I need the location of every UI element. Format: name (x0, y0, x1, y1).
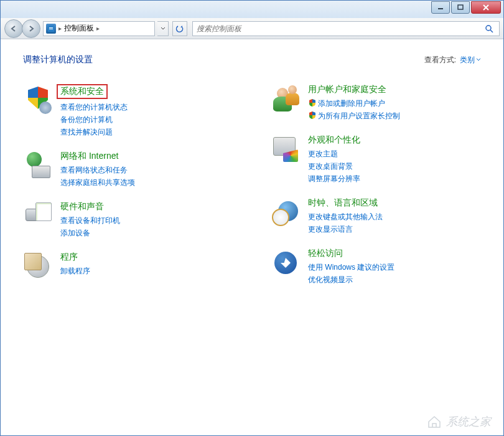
search-icon (485, 24, 493, 33)
network-category-icon[interactable] (23, 151, 53, 181)
control-panel-icon (46, 24, 56, 34)
category-body: 程序卸载程序 (60, 252, 233, 282)
view-mode-value: 类别 (460, 55, 475, 65)
watermark: 系统之家 (426, 414, 491, 429)
category-sublink[interactable]: 添加或删除用户帐户 (308, 97, 481, 110)
category-title-link[interactable]: 轻松访问 (308, 248, 343, 259)
control-panel-window: ▸ 控制面板 ▸ 调整计算机的设置 查看方式: 类别 (0, 0, 504, 436)
category-sublink[interactable]: 查找并解决问题 (60, 126, 233, 138)
category-title-link[interactable]: 网络和 Internet (60, 151, 118, 162)
minimize-button[interactable] (431, 1, 450, 14)
category-body: 硬件和声音查看设备和打印机添加设备 (60, 201, 233, 239)
uac-shield-icon (308, 98, 317, 107)
category-sublink[interactable]: 更改主题 (308, 148, 481, 160)
view-mode-label: 查看方式: (424, 55, 456, 65)
category-sublink[interactable]: 更改显示语言 (308, 223, 481, 235)
category-item: 程序卸载程序 (23, 252, 233, 282)
category-sublink[interactable]: 备份您的计算机 (60, 113, 233, 126)
category-item: 硬件和声音查看设备和打印机添加设备 (23, 201, 233, 239)
chevron-right-icon: ▸ (58, 25, 62, 32)
back-arrow-icon (9, 24, 18, 33)
svg-point-5 (486, 26, 491, 31)
category-item: 外观和个性化更改主题更改桌面背景调整屏幕分辨率 (271, 135, 481, 185)
shield-category-icon[interactable] (23, 84, 53, 114)
right-column: 用户帐户和家庭安全添加或删除用户帐户为所有用户设置家长控制外观和个性化更改主题更… (271, 84, 481, 286)
category-title-link[interactable]: 程序 (60, 252, 78, 263)
nav-back-forward (4, 19, 40, 38)
watermark-text: 系统之家 (446, 414, 491, 429)
maximize-icon (457, 4, 464, 11)
category-sublink[interactable]: 选择家庭组和共享选项 (60, 176, 233, 189)
maximize-button[interactable] (451, 1, 470, 14)
category-sublink[interactable]: 更改键盘或其他输入法 (308, 211, 481, 223)
category-body: 用户帐户和家庭安全添加或删除用户帐户为所有用户设置家长控制 (308, 84, 481, 122)
svg-rect-1 (458, 5, 463, 9)
chevron-down-icon (476, 58, 481, 62)
close-icon (482, 4, 490, 11)
refresh-button[interactable] (172, 21, 187, 36)
category-sublink[interactable]: 优化视频显示 (308, 273, 481, 286)
category-sublink[interactable]: 调整屏幕分辨率 (308, 173, 481, 185)
category-grid: 系统和安全查看您的计算机状态备份您的计算机查找并解决问题网络和 Internet… (23, 84, 481, 286)
category-body: 时钟、语言和区域更改键盘或其他输入法更改显示语言 (308, 197, 481, 235)
category-sublink[interactable]: 添加设备 (60, 227, 233, 239)
category-title-link[interactable]: 外观和个性化 (308, 135, 360, 146)
category-sublink[interactable]: 更改桌面背景 (308, 160, 481, 173)
svg-rect-3 (49, 27, 53, 28)
clock-category-icon[interactable] (271, 197, 301, 227)
forward-arrow-icon (27, 24, 35, 33)
navigation-bar: ▸ 控制面板 ▸ (1, 18, 503, 39)
address-dropdown-button[interactable] (157, 21, 169, 36)
appearance-category-icon[interactable] (271, 135, 301, 164)
programs-category-icon[interactable] (23, 252, 53, 282)
category-title-link[interactable]: 系统和安全 (57, 84, 108, 99)
house-icon (426, 414, 442, 429)
breadcrumb-root[interactable]: 控制面板 (64, 23, 94, 34)
category-item: 系统和安全查看您的计算机状态备份您的计算机查找并解决问题 (23, 84, 233, 138)
category-sublink[interactable]: 查看网络状态和任务 (60, 164, 233, 176)
category-sublink[interactable]: 查看您的计算机状态 (60, 101, 233, 113)
forward-button[interactable] (22, 19, 40, 38)
uac-shield-icon (308, 111, 317, 120)
chevron-right-icon: ▸ (96, 25, 100, 32)
svg-rect-4 (49, 29, 53, 29)
category-item: 时钟、语言和区域更改键盘或其他输入法更改显示语言 (271, 197, 481, 235)
category-item: 网络和 Internet查看网络状态和任务选择家庭组和共享选项 (23, 151, 233, 189)
search-button[interactable] (483, 24, 495, 33)
ease-category-icon[interactable] (271, 248, 301, 278)
category-body: 轻松访问使用 Windows 建议的设置优化视频显示 (308, 248, 481, 286)
category-title-link[interactable]: 用户帐户和家庭安全 (308, 84, 386, 95)
chevron-down-icon (161, 27, 166, 31)
view-mode: 查看方式: 类别 (424, 55, 481, 65)
search-box[interactable] (192, 21, 500, 36)
content-area: 调整计算机的设置 查看方式: 类别 系统和安全查看您的计算机状态备份您的计算机查… (1, 39, 503, 301)
category-item: 用户帐户和家庭安全添加或删除用户帐户为所有用户设置家长控制 (271, 84, 481, 122)
view-mode-selector[interactable]: 类别 (460, 55, 481, 65)
category-body: 系统和安全查看您的计算机状态备份您的计算机查找并解决问题 (60, 84, 233, 138)
category-title-link[interactable]: 硬件和声音 (60, 201, 104, 212)
window-controls (431, 1, 501, 14)
category-sublink[interactable]: 卸载程序 (60, 265, 233, 277)
refresh-icon (175, 24, 184, 33)
category-title-link[interactable]: 时钟、语言和区域 (308, 197, 378, 209)
titlebar (1, 1, 503, 18)
users-category-icon[interactable] (271, 84, 301, 114)
search-input[interactable] (197, 24, 483, 33)
svg-rect-0 (438, 8, 443, 9)
content-header: 调整计算机的设置 查看方式: 类别 (23, 54, 481, 65)
category-sublink[interactable]: 使用 Windows 建议的设置 (308, 261, 481, 273)
page-title: 调整计算机的设置 (23, 54, 93, 65)
category-sublink[interactable]: 查看设备和打印机 (60, 214, 233, 227)
left-column: 系统和安全查看您的计算机状态备份您的计算机查找并解决问题网络和 Internet… (23, 84, 233, 286)
minimize-icon (437, 5, 444, 10)
close-button[interactable] (471, 1, 501, 14)
back-button[interactable] (4, 19, 23, 38)
address-bar[interactable]: ▸ 控制面板 ▸ (43, 21, 155, 36)
category-body: 网络和 Internet查看网络状态和任务选择家庭组和共享选项 (60, 151, 233, 189)
category-item: 轻松访问使用 Windows 建议的设置优化视频显示 (271, 248, 481, 286)
category-body: 外观和个性化更改主题更改桌面背景调整屏幕分辨率 (308, 135, 481, 185)
category-sublink[interactable]: 为所有用户设置家长控制 (308, 110, 481, 122)
hardware-category-icon[interactable] (23, 201, 53, 231)
svg-line-6 (490, 30, 493, 32)
